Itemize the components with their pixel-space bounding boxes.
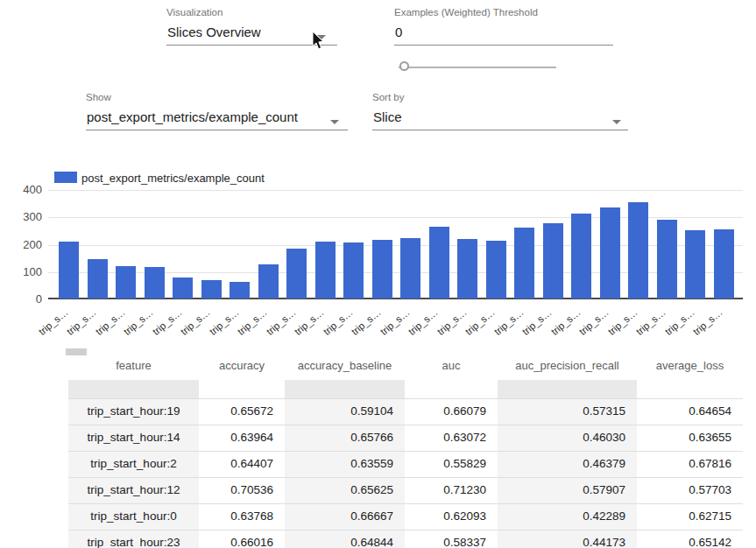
bar[interactable] [230, 282, 250, 299]
bar[interactable] [145, 267, 165, 299]
column-header[interactable]: auc_precision_recall [498, 359, 637, 380]
feature-cell: trip_start_hour:23 [68, 530, 199, 548]
show-dropdown[interactable]: post_export_metrics/example_count [86, 103, 348, 130]
bar[interactable] [59, 242, 79, 299]
bar[interactable] [457, 239, 477, 299]
bar[interactable] [173, 278, 193, 299]
metric-cell: 0.55829 [405, 452, 498, 477]
table-row[interactable]: trip_start_hour:140.639640.657660.630720… [68, 425, 743, 451]
bar[interactable] [571, 214, 591, 299]
metric-cell: 0.63768 [199, 504, 285, 530]
feature-cell: trip_start_hour:14 [68, 425, 199, 451]
y-axis-tick-label: 100 [7, 265, 42, 278]
table-row[interactable]: trip_start_hour:20.644070.635590.558290.… [68, 451, 743, 477]
metric-cell: 0.65672 [199, 399, 285, 425]
metric-cell: 0.70536 [199, 478, 285, 503]
metric-cell: 0.71230 [405, 478, 498, 503]
bar[interactable] [116, 266, 136, 299]
sort-by-value: Slice [373, 109, 402, 124]
y-axis-tick-label: 0 [7, 292, 42, 306]
bar[interactable] [286, 249, 307, 299]
threshold-value: 0 [395, 25, 402, 39]
slider-thumb[interactable] [399, 61, 409, 71]
filter-cell [498, 380, 637, 398]
column-header[interactable]: feature [68, 359, 199, 380]
metric-cell: 0.46030 [498, 425, 637, 451]
feature-cell: trip_start_hour:19 [68, 399, 199, 425]
bar[interactable] [628, 202, 648, 299]
bar[interactable] [543, 223, 563, 299]
bar[interactable] [685, 230, 705, 299]
visualization-value: Slices Overview [167, 25, 261, 39]
metric-cell: 0.63964 [199, 425, 285, 451]
show-value: post_export_metrics/example_count [87, 109, 298, 124]
bar[interactable] [657, 220, 677, 299]
chevron-down-icon[interactable] [612, 120, 621, 124]
bar[interactable] [372, 240, 392, 299]
bar[interactable] [600, 207, 620, 299]
slider-track[interactable] [399, 67, 556, 68]
metric-cell: 0.65625 [285, 478, 405, 503]
bar[interactable] [258, 264, 279, 299]
bar[interactable] [429, 227, 449, 299]
bar[interactable] [88, 259, 108, 299]
filter-cell [199, 380, 285, 398]
metric-cell: 0.57907 [498, 478, 637, 503]
y-axis-tick-label: 300 [7, 210, 42, 223]
table-row[interactable]: trip_start_hour:190.656720.591040.660790… [68, 398, 743, 425]
bar[interactable] [315, 242, 336, 299]
table-row[interactable]: trip_start_hour:00.637680.666670.620930.… [68, 503, 743, 530]
bar[interactable] [343, 242, 364, 299]
sort-by-field: Sort by Slice [372, 92, 628, 130]
metric-cell: 0.63655 [637, 425, 743, 451]
metric-cell: 0.59104 [285, 399, 405, 425]
column-header[interactable]: auc [405, 359, 498, 380]
feature-cell: trip_start_hour:0 [68, 504, 199, 530]
gridline [48, 190, 743, 191]
metric-cell: 0.58337 [405, 530, 498, 548]
threshold-label: Examples (Weighted) Threshold [394, 7, 613, 18]
bar[interactable] [201, 280, 222, 299]
metric-cell: 0.64407 [199, 452, 285, 477]
legend-swatch [54, 172, 77, 183]
chevron-down-icon[interactable] [330, 120, 339, 124]
column-header[interactable]: average_loss [637, 359, 743, 380]
threshold-slider[interactable] [399, 60, 556, 74]
metric-cell: 0.64844 [285, 530, 405, 548]
metric-cell: 0.62715 [637, 504, 743, 530]
bar[interactable] [714, 229, 734, 299]
table-filter-row [68, 380, 743, 398]
metric-cell: 0.64654 [637, 399, 743, 425]
metric-cell: 0.42289 [498, 504, 637, 530]
column-header[interactable]: accuracy [199, 359, 285, 380]
show-label: Show [86, 92, 348, 103]
metric-cell: 0.65766 [285, 425, 405, 451]
y-axis-tick-label: 200 [7, 238, 42, 251]
feature-cell: trip_start_hour:2 [68, 452, 199, 477]
table-body: trip_start_hour:190.656720.591040.660790… [68, 398, 743, 548]
filter-cell [405, 380, 498, 398]
mouse-cursor [312, 32, 326, 51]
table-row[interactable]: trip_start_hour:230.660160.648440.583370… [68, 530, 743, 548]
metric-cell: 0.65142 [637, 530, 743, 548]
visualization-label: Visualization [166, 7, 337, 18]
plot-area [48, 190, 743, 299]
sort-by-dropdown[interactable]: Slice [372, 103, 628, 130]
metric-cell: 0.62093 [405, 504, 498, 530]
metric-cell: 0.57315 [498, 399, 637, 425]
bar[interactable] [400, 238, 420, 299]
metric-cell: 0.57703 [637, 478, 743, 503]
table-row[interactable]: trip_start_hour:120.705360.656250.712300… [68, 477, 743, 503]
metrics-table: featureaccuracyaccuracy_baselineaucauc_p… [68, 350, 743, 548]
metric-cell: 0.67816 [637, 452, 743, 477]
y-axis-tick-label: 400 [7, 183, 42, 196]
show-field: Show post_export_metrics/example_count [86, 92, 348, 130]
metric-cell: 0.66016 [199, 530, 285, 548]
metric-cell: 0.66079 [405, 399, 498, 425]
threshold-input[interactable]: 0 [394, 18, 613, 46]
bar[interactable] [514, 228, 534, 299]
column-header[interactable]: accuracy_baseline [285, 359, 405, 380]
sort-by-label: Sort by [372, 92, 628, 103]
metric-cell: 0.63559 [285, 452, 405, 477]
bar[interactable] [486, 241, 506, 299]
